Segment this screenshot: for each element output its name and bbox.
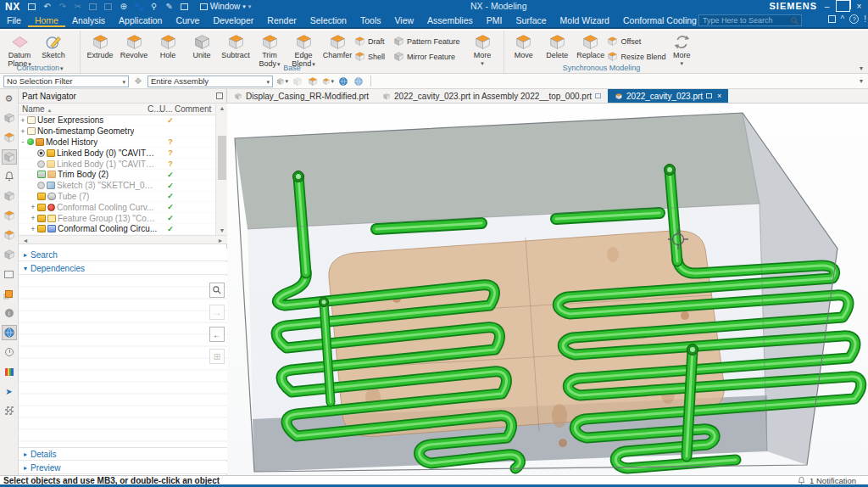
- delete-button[interactable]: Delete: [540, 32, 573, 60]
- menu-curve[interactable]: Curve: [169, 14, 206, 27]
- tree-row-sketch[interactable]: Sketch (3) "SKETCH_000"✓: [19, 181, 215, 192]
- manufacturing-wizard-icon[interactable]: [2, 227, 17, 243]
- tree-row-linked-body-0[interactable]: Linked Body (0) "CAVITY...?: [19, 148, 215, 159]
- add-component-icon[interactable]: [322, 76, 334, 87]
- preview-section[interactable]: ▸Preview: [19, 462, 227, 474]
- popout-window-icon[interactable]: [706, 93, 712, 98]
- menu-selection[interactable]: Selection: [303, 14, 353, 27]
- menu-render[interactable]: Render: [260, 14, 303, 27]
- ribbon-options-arrow[interactable]: ▾: [860, 64, 863, 72]
- undo-icon[interactable]: ↶: [42, 2, 53, 11]
- tree-horizontal-scrollbar[interactable]: ◄ ►: [19, 235, 227, 244]
- panel-pin-icon[interactable]: [216, 92, 223, 99]
- menu-view[interactable]: View: [387, 14, 420, 27]
- layers-icon[interactable]: [2, 286, 17, 301]
- window-layout-icon[interactable]: [2, 266, 17, 282]
- subtract-button[interactable]: Subtract: [219, 32, 253, 60]
- offset-button[interactable]: Offset: [607, 35, 667, 48]
- menu-analysis[interactable]: Analysis: [65, 14, 112, 27]
- window-menu[interactable]: Window ▾▾: [200, 2, 252, 11]
- restore-button[interactable]: [836, 0, 850, 12]
- menu-conformal-cooling[interactable]: Conformal Cooling: [616, 14, 704, 27]
- web-browser-icon[interactable]: [2, 325, 17, 340]
- minimize-ribbon-icon[interactable]: ^: [841, 14, 845, 24]
- base-more-button[interactable]: More: [468, 32, 497, 67]
- tree-row-linked-body-1[interactable]: Linked Body (1) "CAVITY...?: [19, 159, 215, 170]
- close-button[interactable]: ×: [852, 0, 866, 12]
- whats-new-icon[interactable]: !: [864, 14, 866, 24]
- hd3d-tools-icon[interactable]: [2, 208, 17, 223]
- show-hide-icon[interactable]: [307, 76, 319, 87]
- tree-row-trim-body[interactable]: Trim Body (2)✓: [19, 170, 215, 181]
- close-tab-icon[interactable]: ×: [717, 92, 721, 100]
- dependencies-back-icon[interactable]: ←: [209, 327, 225, 342]
- extrude-button[interactable]: Extrude: [83, 32, 117, 60]
- wireframe-icon[interactable]: [337, 76, 349, 87]
- mirror-feature-button[interactable]: Mirror Feature: [393, 50, 468, 63]
- cut-icon[interactable]: ✂: [73, 2, 83, 11]
- tab-display-casing[interactable]: Display_Casing_RR-Modified.prt: [227, 89, 376, 103]
- tree-row-non-timestamp[interactable]: + Non-timestamp Geometry: [19, 126, 215, 137]
- resource-bar-options-gear-icon[interactable]: ⚙: [2, 91, 17, 106]
- menu-home[interactable]: Home: [28, 14, 65, 27]
- shell-button[interactable]: Shell: [354, 50, 393, 63]
- shaded-view-icon[interactable]: [353, 76, 364, 87]
- tree-column-headers[interactable]: Name ▲ C... U... Comment: [19, 104, 215, 115]
- part-navigator-icon[interactable]: [2, 149, 17, 165]
- history-clock-icon[interactable]: [2, 344, 17, 360]
- tree-row-tube[interactable]: Tube (7)✓: [19, 192, 215, 203]
- paste-icon[interactable]: [103, 2, 114, 11]
- unite-button[interactable]: Unite: [185, 32, 219, 60]
- column-c[interactable]: C...: [147, 104, 159, 114]
- draft-button[interactable]: Draft: [354, 35, 393, 48]
- column-name[interactable]: Name ▲: [19, 104, 147, 114]
- add-to-session-icon[interactable]: ⊕: [119, 2, 129, 11]
- fullscreen-icon[interactable]: [828, 15, 836, 23]
- search-icon[interactable]: [790, 16, 799, 25]
- command-finder-icon[interactable]: 🐾: [134, 2, 144, 11]
- tree-row-user-expressions[interactable]: + User Expressions✓: [19, 115, 215, 126]
- hole-button[interactable]: Hole: [151, 32, 185, 60]
- move-button[interactable]: Move: [507, 32, 540, 60]
- snap-point-icon[interactable]: ✥: [132, 76, 144, 87]
- dependencies-section[interactable]: ▾Dependencies: [19, 262, 227, 275]
- popout-window-icon[interactable]: [595, 93, 601, 98]
- window-stack-icon[interactable]: [180, 2, 190, 11]
- menu-mold-wizard[interactable]: Mold Wizard: [554, 14, 616, 27]
- menu-application[interactable]: Application: [112, 14, 169, 27]
- tab-cavity-active[interactable]: 2022_cavity_023.prt ×: [608, 89, 728, 103]
- tree-row-conformal-circuit[interactable]: + Conformal Cooling Circu...✓: [19, 224, 215, 235]
- roles-palette-icon[interactable]: [2, 364, 17, 379]
- menu-tools[interactable]: Tools: [353, 14, 388, 27]
- dependencies-forward-icon[interactable]: →: [209, 305, 225, 320]
- assembly-navigator-icon[interactable]: [2, 110, 17, 126]
- info-icon[interactable]: i: [2, 305, 17, 321]
- touch-mode-icon[interactable]: ✎: [164, 2, 175, 11]
- user-role-icon[interactable]: ➤: [2, 383, 17, 399]
- column-comment[interactable]: Comment: [171, 104, 215, 114]
- synchronous-more-button[interactable]: More: [667, 32, 696, 67]
- tree-row-feature-group[interactable]: + Feature Group (13) "Con...✓: [19, 213, 215, 224]
- construction-group-label[interactable]: Construction: [0, 63, 80, 73]
- selection-scope-dropdown[interactable]: Entire Assembly: [147, 76, 273, 87]
- chamfer-button[interactable]: Chamfer: [320, 32, 354, 60]
- menu-developer[interactable]: Developer: [206, 14, 260, 27]
- reuse-library-icon[interactable]: [2, 188, 17, 204]
- replace-button[interactable]: Replace: [574, 32, 607, 60]
- redo-icon[interactable]: ↷: [58, 2, 68, 11]
- details-section[interactable]: ▸Details: [19, 448, 227, 461]
- highlight-related-icon[interactable]: [276, 76, 288, 87]
- command-search[interactable]: [698, 14, 802, 26]
- menu-surface[interactable]: Surface: [509, 14, 553, 27]
- menu-pmi[interactable]: PMI: [480, 14, 509, 27]
- process-studio-icon[interactable]: [2, 247, 17, 262]
- dependencies-find-icon[interactable]: [209, 283, 225, 298]
- notifications-bell-icon[interactable]: [2, 169, 17, 184]
- revolve-button[interactable]: Revolve: [117, 32, 151, 60]
- selection-filter-dropdown[interactable]: No Selection Filter: [3, 76, 129, 87]
- tree-row-model-history[interactable]: - Model History?: [19, 137, 215, 148]
- sketch-button[interactable]: Sketch: [36, 32, 70, 60]
- microphone-icon[interactable]: ⚲: [149, 2, 159, 11]
- tree-row-conformal-curve[interactable]: + Conformal Cooling Curv...✓: [19, 202, 215, 213]
- search-input[interactable]: [701, 15, 790, 25]
